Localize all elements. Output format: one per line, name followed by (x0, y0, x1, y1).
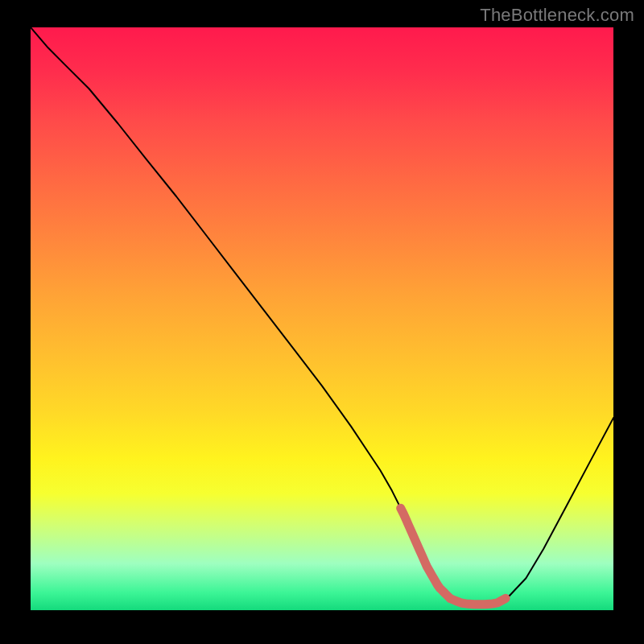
plot-area (31, 27, 613, 610)
highlight-segment (401, 508, 506, 605)
watermark-text: TheBottleneck.com (480, 5, 634, 26)
chart-container: TheBottleneck.com (0, 0, 644, 644)
main-curve (31, 27, 613, 605)
curve-svg (31, 27, 613, 610)
